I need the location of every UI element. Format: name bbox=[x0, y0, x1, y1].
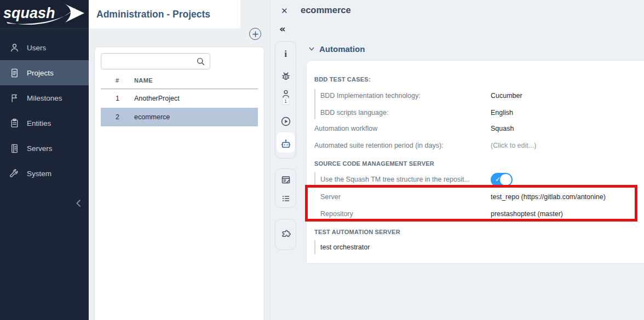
projects-table-card: # NAME 1 AnotherProject 2 ecommerce bbox=[94, 46, 264, 320]
projects-panel: Administration - Projects # NAME bbox=[89, 0, 270, 320]
wrench-icon bbox=[9, 168, 20, 179]
sidebar-item-label: Projects bbox=[27, 69, 54, 77]
sidebar-item-label: Servers bbox=[27, 144, 53, 153]
form-row: BDD scripts language: English bbox=[320, 107, 513, 118]
form-section-label: SOURCE CODE MANAGEMENT SERVER bbox=[314, 158, 434, 169]
tab-automation[interactable] bbox=[280, 138, 291, 150]
sidebar-item-label: Entities bbox=[27, 119, 51, 127]
project-detail-panel: ✕ ecommerce « i 1 bbox=[270, 0, 644, 320]
sidebar-item-entities[interactable]: Entities bbox=[0, 110, 89, 136]
document-icon bbox=[9, 68, 20, 78]
user-icon bbox=[9, 43, 20, 53]
tab-custom-fields[interactable] bbox=[280, 193, 291, 204]
field-label: test orchestrator bbox=[320, 243, 491, 251]
group-indent-line bbox=[314, 89, 315, 119]
project-search bbox=[101, 53, 210, 69]
field-label: Use the Squash TM tree structure in the … bbox=[320, 176, 491, 183]
search-icon bbox=[196, 57, 205, 68]
collapse-panel-icon[interactable]: « bbox=[279, 23, 286, 34]
field-value[interactable]: English bbox=[491, 109, 513, 117]
automation-card: BDD TEST CASES: BDD Implementation techn… bbox=[306, 60, 644, 264]
column-header-name: NAME bbox=[134, 77, 153, 84]
svg-text:squash: squash bbox=[3, 5, 55, 21]
page-title: Administration - Projects bbox=[96, 9, 210, 20]
form-row: Automation workflow Squash bbox=[314, 123, 514, 134]
report-form-icon bbox=[280, 174, 291, 185]
tab-bugtracker[interactable] bbox=[280, 71, 291, 82]
info-icon: i bbox=[284, 49, 287, 59]
field-value[interactable]: Cucumber bbox=[491, 92, 522, 100]
toggle-knob bbox=[500, 174, 511, 185]
form-row: Server test_repo (https://gitlab.com/ant… bbox=[320, 191, 606, 202]
sidebar-item-users[interactable]: Users bbox=[0, 35, 89, 60]
robot-icon bbox=[280, 138, 291, 150]
sidebar: squash Users Projects Mile bbox=[0, 0, 89, 320]
form-section-label: BDD TEST CASES: bbox=[314, 74, 371, 85]
detail-toolbar-main: i 1 bbox=[275, 41, 296, 159]
project-name: AnotherProject bbox=[134, 95, 180, 102]
form-row: BDD Implementation technology: Cucumber bbox=[320, 90, 522, 101]
project-search-input[interactable] bbox=[101, 54, 210, 69]
projects-table-header: # NAME bbox=[101, 72, 258, 89]
field-label: Automated suite retention period (in day… bbox=[314, 142, 491, 149]
group-indent-line bbox=[314, 240, 315, 254]
plus-icon bbox=[252, 31, 258, 37]
projects-panel-header: Administration - Projects bbox=[89, 0, 240, 28]
group-indent-line bbox=[314, 172, 315, 187]
squash-logo: squash bbox=[0, 0, 89, 28]
tree-structure-toggle[interactable]: ✓ bbox=[491, 173, 513, 187]
field-value[interactable]: prestashoptest (master) bbox=[491, 210, 563, 218]
sidebar-collapse-button[interactable] bbox=[71, 196, 85, 210]
chevron-left-icon bbox=[76, 199, 81, 207]
tab-information[interactable]: i bbox=[284, 49, 287, 59]
form-row: Use the Squash TM tree structure in the … bbox=[320, 174, 491, 185]
tab-plugins[interactable] bbox=[280, 229, 291, 240]
close-icon[interactable]: ✕ bbox=[280, 5, 289, 17]
automation-section-header[interactable]: Automation bbox=[309, 44, 365, 54]
sidebar-item-projects[interactable]: Projects bbox=[0, 60, 89, 85]
bug-icon bbox=[280, 71, 291, 82]
field-label: Repository bbox=[320, 210, 491, 218]
permissions-count-badge: 1 bbox=[282, 98, 289, 105]
squash-logo-image: squash bbox=[1, 1, 88, 27]
form-section-label: TEST AUTOMATION SERVER bbox=[314, 226, 400, 237]
sidebar-nav: Users Projects Milestones bbox=[0, 35, 89, 186]
field-label: BDD Implementation technology: bbox=[320, 92, 491, 100]
field-label: Automation workflow bbox=[314, 125, 491, 132]
tab-requirements[interactable] bbox=[280, 174, 291, 185]
section-title: Automation bbox=[319, 44, 365, 54]
squash-admin-app: squash Users Projects Mile bbox=[0, 0, 644, 320]
detail-toolbar-plugins bbox=[275, 219, 296, 250]
field-value[interactable]: test_repo (https://gitlab.com/antonine) bbox=[491, 193, 606, 201]
detail-title: ecommerce bbox=[301, 5, 351, 15]
sidebar-item-milestones[interactable]: Milestones bbox=[0, 85, 89, 110]
form-row: Automated suite retention period (in day… bbox=[314, 140, 536, 151]
field-value-editable[interactable]: (Click to edit...) bbox=[491, 142, 536, 149]
field-label: BDD scripts language: bbox=[320, 109, 491, 117]
chevron-down-icon bbox=[309, 47, 314, 51]
sidebar-item-label: Milestones bbox=[27, 94, 62, 102]
field-value[interactable]: Squash bbox=[491, 125, 514, 132]
table-row-selected[interactable]: 2 ecommerce bbox=[101, 108, 258, 126]
plugin-icon bbox=[280, 229, 291, 240]
play-icon bbox=[280, 116, 291, 127]
field-label: Server bbox=[320, 193, 491, 201]
sidebar-item-system[interactable]: System bbox=[0, 161, 89, 186]
form-row: test orchestrator bbox=[320, 242, 491, 253]
form-row: Repository prestashoptest (master) bbox=[320, 208, 563, 219]
tab-executions[interactable] bbox=[280, 116, 291, 127]
clipboard-icon bbox=[9, 118, 20, 129]
sidebar-item-label: Users bbox=[27, 44, 46, 52]
table-row[interactable]: 1 AnotherProject bbox=[101, 89, 258, 108]
sidebar-item-label: System bbox=[27, 170, 51, 178]
column-header-index: # bbox=[116, 77, 134, 84]
detail-toolbar-secondary bbox=[275, 168, 296, 208]
add-project-button[interactable] bbox=[249, 28, 261, 40]
list-icon bbox=[280, 193, 291, 204]
project-index: 2 bbox=[116, 113, 134, 121]
flag-icon bbox=[9, 93, 20, 103]
project-index: 1 bbox=[116, 95, 134, 102]
project-name: ecommerce bbox=[134, 113, 170, 121]
sidebar-item-servers[interactable]: Servers bbox=[0, 136, 89, 161]
server-icon bbox=[9, 143, 20, 154]
